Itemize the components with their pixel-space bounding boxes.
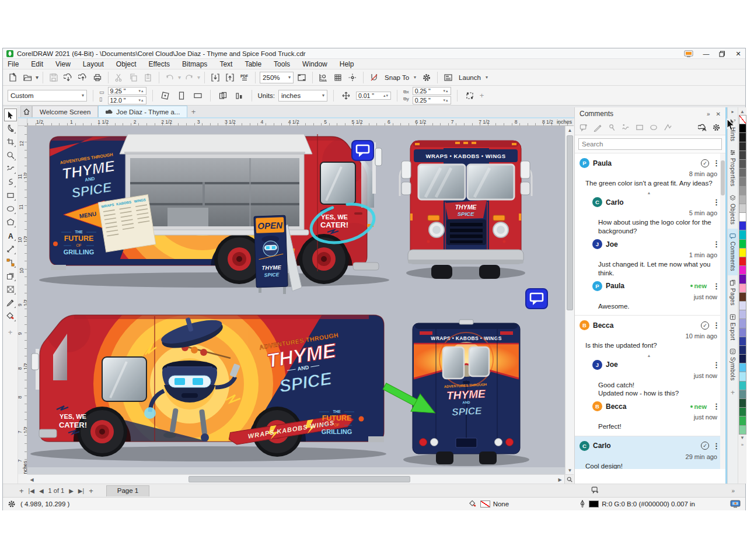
- menu-file[interactable]: File: [8, 60, 19, 68]
- comment-thread-becca[interactable]: B Becca ✓ ⋮ 10 min ago Is this the updat…: [575, 316, 725, 436]
- close-button[interactable]: ✕: [734, 50, 743, 58]
- next-page-button[interactable]: ▶: [69, 488, 74, 494]
- undo-button[interactable]: [163, 71, 176, 84]
- color-swatch[interactable]: [739, 124, 746, 133]
- options-gear-icon[interactable]: [420, 71, 433, 84]
- ellipse-tool[interactable]: [4, 202, 17, 215]
- outline-pen-icon[interactable]: [579, 500, 586, 508]
- color-swatch[interactable]: [739, 177, 746, 186]
- page-width-field[interactable]: 9.25 "▾▴: [108, 87, 146, 95]
- palette-scroll-down[interactable]: ▼: [740, 435, 745, 442]
- transparency-tool[interactable]: [4, 283, 17, 296]
- menu-text[interactable]: Text: [219, 60, 232, 68]
- color-swatch[interactable]: [739, 115, 746, 124]
- new-document-tab-button[interactable]: +: [187, 106, 199, 117]
- artistic-media-tool[interactable]: [4, 176, 17, 188]
- portrait-button[interactable]: [175, 89, 188, 102]
- docker-strip-expand[interactable]: »: [731, 488, 735, 494]
- print-button[interactable]: [91, 71, 104, 84]
- color-swatch[interactable]: [739, 248, 746, 257]
- freehand-note-icon[interactable]: [622, 123, 630, 132]
- color-swatch[interactable]: [739, 168, 746, 177]
- color-swatch[interactable]: [739, 284, 746, 293]
- resolve-icon[interactable]: ✓: [701, 159, 709, 167]
- comments-search-input[interactable]: [578, 138, 722, 150]
- add-page-button-left[interactable]: +: [19, 487, 24, 495]
- color-swatch[interactable]: [739, 337, 746, 346]
- menu-view[interactable]: View: [55, 60, 71, 68]
- collaboration-cloud-icon[interactable]: [698, 123, 707, 132]
- reply-menu-icon[interactable]: ⋮: [713, 360, 718, 369]
- ellipse-note-icon[interactable]: [650, 123, 658, 132]
- cloud-download-button[interactable]: [62, 71, 75, 84]
- open-dropdown[interactable]: ▾: [36, 74, 39, 80]
- comment-reply[interactable]: J Joe ⋮ 1 min ago Just changed it. Let m…: [592, 239, 718, 277]
- comment-thread-paula[interactable]: P Paula ✓ ⋮ 8 min ago The green color is…: [575, 153, 725, 316]
- color-swatch[interactable]: [739, 221, 746, 230]
- color-swatch[interactable]: [739, 159, 746, 169]
- color-swatch[interactable]: [739, 292, 746, 302]
- menu-tools[interactable]: Tools: [274, 60, 290, 68]
- reply-menu-icon[interactable]: ⋮: [713, 402, 718, 411]
- import-button[interactable]: [209, 71, 222, 84]
- all-pages-button[interactable]: [217, 89, 229, 102]
- launch-dropdown[interactable]: Launch▾: [456, 72, 490, 83]
- menu-edit[interactable]: Edit: [31, 60, 43, 68]
- menu-object[interactable]: Object: [116, 60, 137, 68]
- scroll-up-arrow[interactable]: ▲: [566, 126, 574, 134]
- color-swatch[interactable]: [739, 230, 746, 239]
- color-swatch[interactable]: [739, 204, 746, 213]
- canvas-v-scrollbar[interactable]: ▲ ▼: [565, 126, 574, 474]
- color-swatch[interactable]: [739, 381, 746, 390]
- show-guidelines-button[interactable]: [346, 71, 359, 84]
- reply-menu-icon[interactable]: ⋮: [713, 198, 718, 206]
- show-rulers-button[interactable]: [317, 71, 330, 84]
- collapse-caret[interactable]: ▲: [580, 191, 718, 195]
- cloud-upload-button[interactable]: [76, 71, 89, 84]
- color-swatch[interactable]: [739, 186, 746, 195]
- duplicate-x-field[interactable]: 0.25 "▾▴: [413, 87, 451, 95]
- palette-expand[interactable]: »: [741, 442, 743, 449]
- menu-effects[interactable]: Effects: [149, 60, 170, 68]
- color-swatch[interactable]: [739, 398, 746, 408]
- tab-document[interactable]: Joe Diaz - Thyme a...: [98, 106, 187, 117]
- fill-swatch[interactable]: [480, 501, 490, 508]
- save-button[interactable]: [47, 71, 60, 84]
- scroll-left-arrow[interactable]: ◀: [27, 475, 36, 484]
- shape-tool[interactable]: [4, 122, 17, 135]
- thread-menu-icon[interactable]: ⋮: [713, 159, 718, 167]
- h-ruler[interactable]: inches 1/211 1/222 1/233 1/244 1/255 1/2…: [27, 118, 574, 126]
- paste-button[interactable]: [142, 71, 155, 84]
- publish-pdf-button[interactable]: PDF: [238, 71, 251, 84]
- page-tab[interactable]: Page 1: [106, 485, 149, 496]
- color-swatch[interactable]: [739, 239, 746, 249]
- open-button[interactable]: [21, 71, 34, 84]
- drop-shadow-tool[interactable]: [4, 270, 17, 282]
- thread-menu-icon[interactable]: ⋮: [713, 442, 718, 450]
- dimension-tool[interactable]: [4, 243, 17, 256]
- page-preset-dropdown[interactable]: Custom▾: [8, 90, 87, 102]
- units-dropdown[interactable]: inches▾: [278, 90, 327, 102]
- snap-to-dropdown[interactable]: Snap To▾: [382, 72, 418, 83]
- docker-tab-comments[interactable]: Comments: [728, 229, 738, 275]
- color-swatch[interactable]: [739, 195, 746, 204]
- add-note-icon[interactable]: [580, 123, 588, 132]
- new-document-button[interactable]: [6, 71, 19, 84]
- cut-button[interactable]: [113, 71, 125, 84]
- full-screen-preview-button[interactable]: [295, 71, 308, 84]
- collapse-caret[interactable]: ▲: [580, 354, 718, 358]
- comment-reply[interactable]: B Becca new ⋮ just now Perfect!: [592, 401, 718, 430]
- redo-dropdown[interactable]: ▾: [197, 74, 200, 80]
- copy-button[interactable]: [127, 71, 140, 84]
- rectangle-tool[interactable]: [4, 189, 17, 202]
- color-swatch[interactable]: [739, 363, 746, 372]
- new-comment-note-icon[interactable]: [591, 486, 599, 495]
- polygon-tool[interactable]: [4, 216, 17, 229]
- menu-window[interactable]: Window: [302, 60, 327, 68]
- truck-side-passenger[interactable]: ADVENTURES THROUGH THYME AND SPICE MENU …: [39, 126, 389, 296]
- maximize-button[interactable]: [719, 51, 725, 57]
- highlighter-icon[interactable]: [608, 123, 616, 132]
- minimize-button[interactable]: —: [701, 50, 711, 57]
- comments-settings-gear-icon[interactable]: [712, 123, 721, 132]
- color-swatch[interactable]: [739, 132, 746, 142]
